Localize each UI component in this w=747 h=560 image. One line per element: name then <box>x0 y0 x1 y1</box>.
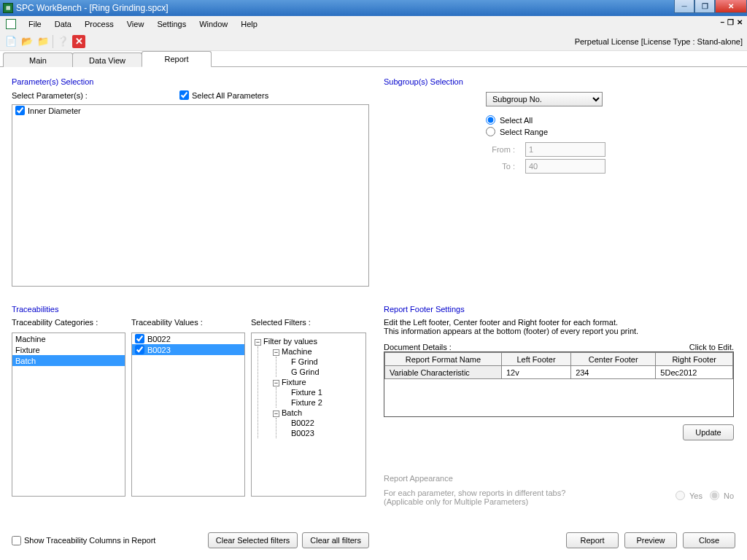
menu-process[interactable]: Process <box>78 18 120 30</box>
appearance-no-radio <box>710 491 719 500</box>
to-label: To : <box>486 162 515 171</box>
traceabilities-title: Traceabilities <box>12 305 369 314</box>
col-right-footer[interactable]: Right Footer <box>656 353 733 366</box>
select-range-radio[interactable] <box>486 127 495 136</box>
footer-table-container: Report Format Name Left Footer Center Fo… <box>384 351 734 417</box>
menu-view[interactable]: View <box>120 18 151 30</box>
menu-help[interactable]: Help <box>234 18 264 30</box>
open-icon[interactable]: 📂 <box>20 35 34 48</box>
value-item[interactable]: B0022 <box>132 333 244 344</box>
tab-main[interactable]: Main <box>3 52 73 67</box>
app-icon: ▦ <box>3 3 13 13</box>
trace-values-label: Traceability Values : <box>131 318 245 327</box>
subgroup-title: Subgroup(s) Selection <box>384 77 734 86</box>
menu-settings[interactable]: Settings <box>150 18 193 30</box>
help-icon[interactable]: ❔ <box>56 35 69 48</box>
toolbar: 📄 📂 📁 ❔ ✕ Perpetual License [License Typ… <box>0 32 747 51</box>
window-title: SPC WorkBench - [Ring Grinding.spcx] <box>16 3 169 13</box>
tree-leaf[interactable]: G Grind <box>291 367 363 377</box>
license-label: Perpetual License [License Type : Stand-… <box>575 37 743 46</box>
selected-filters-label: Selected Filters : <box>251 318 366 327</box>
tree-leaf[interactable]: F Grind <box>291 357 363 367</box>
window-titlebar: ▦ SPC WorkBench - [Ring Grinding.spcx] ─… <box>0 0 747 16</box>
from-input[interactable] <box>525 142 605 157</box>
tab-strip: Main Data View Report <box>0 51 747 67</box>
select-parameters-label: Select Parameter(s) : <box>12 91 179 100</box>
collapse-icon[interactable]: − <box>273 349 279 356</box>
minimize-button[interactable]: ─ <box>674 0 694 13</box>
footer-table[interactable]: Report Format Name Left Footer Center Fo… <box>384 352 733 379</box>
tree-leaf[interactable]: B0023 <box>291 428 363 438</box>
parameters-listbox[interactable]: Inner Diameter <box>12 104 369 287</box>
close-button[interactable]: Close <box>683 532 735 548</box>
mdi-close-button[interactable]: ✕ <box>737 18 743 26</box>
close-icon[interactable]: ✕ <box>72 35 85 48</box>
footer-settings-title: Report Footer Settings <box>384 305 734 314</box>
open2-icon[interactable]: 📁 <box>36 35 50 48</box>
category-item[interactable]: Machine <box>12 333 125 344</box>
close-window-button[interactable]: ✕ <box>715 0 747 13</box>
trace-categories-label: Traceability Categories : <box>12 318 125 327</box>
tab-report[interactable]: Report <box>142 51 212 67</box>
appearance-title: Report Appearance <box>384 474 734 483</box>
update-button[interactable]: Update <box>683 424 734 440</box>
select-all-radio[interactable] <box>486 115 495 125</box>
category-item[interactable]: Batch <box>12 355 125 366</box>
show-traceability-columns-checkbox[interactable]: Show Traceability Columns in Report <box>12 536 155 545</box>
appearance-line1: For each parameter, show reports in diff… <box>384 489 668 497</box>
menu-bar: File Data Process View Settings Window H… <box>0 16 747 32</box>
trace-categories-listbox[interactable]: Machine Fixture Batch <box>12 332 125 497</box>
tree-leaf[interactable]: B0022 <box>291 418 363 428</box>
menu-data[interactable]: Data <box>48 18 78 30</box>
clear-selected-filters-button[interactable]: Clear Selected filters <box>208 532 298 548</box>
parameter-item[interactable]: Inner Diameter <box>12 105 368 116</box>
filter-tree[interactable]: −Filter by values −Machine F Grind G Gri… <box>251 332 366 497</box>
doc-icon <box>6 19 16 29</box>
to-input[interactable] <box>525 159 605 174</box>
appearance-yes-radio <box>676 491 685 500</box>
menu-window[interactable]: Window <box>193 18 234 30</box>
clear-all-filters-button[interactable]: Clear all filters <box>302 532 369 548</box>
report-button[interactable]: Report <box>566 532 619 548</box>
category-item[interactable]: Fixture <box>12 344 125 355</box>
menu-file[interactable]: File <box>22 18 48 30</box>
tree-leaf[interactable]: Fixture 2 <box>291 397 363 408</box>
col-left-footer[interactable]: Left Footer <box>502 353 571 366</box>
doc-details-label: Document Details : <box>384 343 452 351</box>
parameters-title: Parameter(s) Selection <box>12 77 369 86</box>
maximize-button[interactable]: ❐ <box>694 0 715 13</box>
mdi-restore-button[interactable]: ❐ <box>727 18 734 26</box>
select-all-parameters-checkbox[interactable]: Select All Parameters <box>179 90 268 100</box>
value-item[interactable]: B0023 <box>132 344 244 355</box>
mdi-minimize-button[interactable]: – <box>720 18 724 26</box>
tab-data-view[interactable]: Data View <box>72 52 142 67</box>
preview-button[interactable]: Preview <box>624 532 677 548</box>
footer-line2: This information appears at the bottom (… <box>384 327 734 335</box>
appearance-line2: (Applicable only for Multiple Parameters… <box>384 497 668 506</box>
collapse-icon[interactable]: − <box>273 411 279 417</box>
collapse-icon[interactable]: − <box>273 380 279 386</box>
parameter-checkbox[interactable] <box>15 106 25 115</box>
footer-line1: Edit the Left footer, Center footer and … <box>384 318 734 327</box>
tree-leaf[interactable]: Fixture 1 <box>291 387 363 397</box>
col-report-format[interactable]: Report Format Name <box>385 353 502 366</box>
from-label: From : <box>486 145 515 154</box>
new-icon[interactable]: 📄 <box>4 35 18 48</box>
table-row[interactable]: Variable Characteristic 12v 234 5Dec2012 <box>385 366 733 379</box>
click-edit-label: Click to Edit. <box>689 343 734 351</box>
collapse-icon[interactable]: − <box>255 339 261 346</box>
trace-values-listbox[interactable]: B0022 B0023 <box>131 332 245 497</box>
subgroup-dropdown[interactable]: Subgroup No. <box>486 92 603 106</box>
col-center-footer[interactable]: Center Footer <box>571 353 656 366</box>
